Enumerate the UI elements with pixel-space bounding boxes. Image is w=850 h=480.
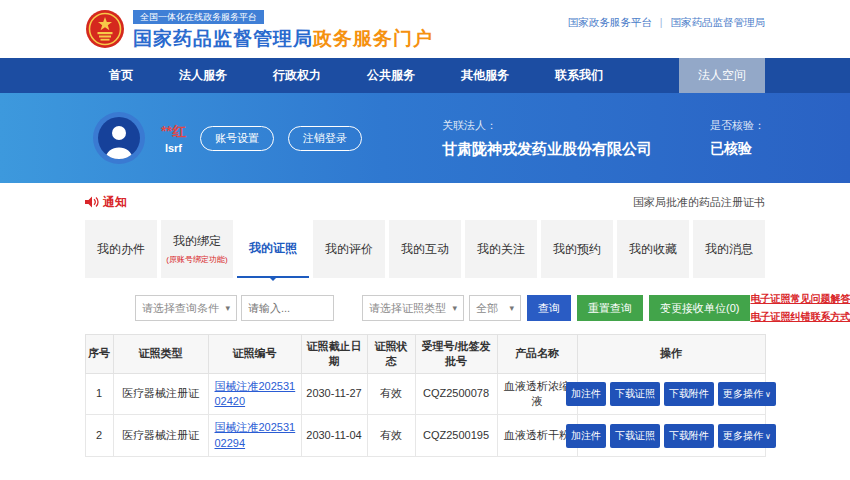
product-name: 血液透析干粉: [497, 415, 577, 457]
site-title-portal: 政务服务门户: [313, 28, 433, 49]
row-index: 1: [85, 373, 113, 415]
header-quick-links: 国家政务服务平台 | 国家药品监督管理局: [568, 16, 765, 30]
top-header: 全国一体化在线政务服务平台 国家药品监督管理局政务服务门户 国家政务服务平台 |…: [0, 0, 850, 58]
chevron-down-icon: ∨: [765, 390, 771, 399]
cert-type: 医疗器械注册证: [113, 373, 208, 415]
cert-number-link[interactable]: 国械注准20253102420: [212, 379, 298, 410]
tab-my-follows[interactable]: 我的关注: [465, 220, 537, 278]
row-operations: 加注件 下载证照 下载附件 更多操作∨: [581, 424, 762, 448]
site-title-agency: 国家药品监督管理局: [133, 28, 313, 49]
chevron-down-icon: ∨: [765, 432, 771, 441]
main-nav: 首页 法人服务 行政权力 公共服务 其他服务 联系我们 法人空间: [0, 58, 850, 93]
nav-item-public-services[interactable]: 公共服务: [367, 67, 415, 84]
add-annotation-button[interactable]: 加注件: [566, 382, 606, 406]
certificates-table: 序号 证照类型 证照编号 证照截止日期 证照状态 受理号/批签发批号 产品名称 …: [85, 334, 766, 457]
keyword-input[interactable]: [241, 295, 334, 321]
more-actions-button[interactable]: 更多操作∨: [718, 382, 776, 406]
link-nmpa[interactable]: 国家药品监督管理局: [671, 16, 766, 30]
notice-bar: 通知 国家局批准的药品注册证书: [85, 193, 765, 211]
chevron-down-icon: ▾: [452, 303, 457, 313]
related-legal-person-label: 关联法人：: [442, 118, 652, 133]
header-index: 序号: [85, 335, 113, 374]
cert-status: 有效: [367, 415, 415, 457]
site-title: 国家药品监督管理局政务服务门户: [133, 26, 433, 52]
user-avatar-icon[interactable]: [93, 112, 145, 164]
download-cert-button[interactable]: 下载证照: [610, 424, 660, 448]
query-condition-select[interactable]: 请选择查询条件 ▾: [135, 295, 237, 321]
change-receiver-button[interactable]: 变更接收单位(0): [649, 295, 750, 321]
download-cert-button[interactable]: 下载证照: [610, 382, 660, 406]
chevron-down-icon: ▾: [509, 303, 514, 313]
row-index: 2: [85, 415, 113, 457]
tab-my-certificates[interactable]: 我的证照: [237, 220, 309, 278]
header-cert-status: 证照状态: [367, 335, 415, 374]
nav-item-legal-services[interactable]: 法人服务: [179, 67, 227, 84]
verification-block: 是否核验： 已核验: [710, 118, 765, 158]
header-cert-number: 证照编号: [208, 335, 301, 374]
platform-badge: 全国一体化在线政务服务平台: [133, 10, 264, 25]
add-annotation-button[interactable]: 加注件: [566, 424, 606, 448]
certificate-filter-bar: 请选择查询条件 ▾ 请选择证照类型 ▾ 全部 ▾ 查询 重置查询 变更接收单位(…: [85, 292, 811, 324]
cert-type: 医疗器械注册证: [113, 415, 208, 457]
username-masked: **红: [161, 122, 186, 142]
related-legal-person: 关联法人： 甘肃陇神戎发药业股份有限公司: [442, 118, 652, 159]
nav-item-admin-power[interactable]: 行政权力: [273, 67, 321, 84]
cert-expiry: 2030-11-04: [301, 415, 367, 457]
acceptance-number: CQZ2500195: [415, 415, 497, 457]
account-settings-button[interactable]: 账号设置: [200, 126, 274, 151]
chevron-down-icon: ▾: [225, 303, 230, 313]
header-acceptance-number: 受理号/批签发批号: [415, 335, 497, 374]
header-cert-type: 证照类型: [113, 335, 208, 374]
cert-faq-link[interactable]: 电子证照常见问题解答: [750, 292, 850, 306]
notice-message[interactable]: 国家局批准的药品注册证书: [633, 195, 765, 210]
cert-number-link[interactable]: 国械注准20253102294: [212, 420, 298, 451]
notice-label: 通知: [103, 194, 127, 211]
more-actions-button[interactable]: 更多操作∨: [718, 424, 776, 448]
tab-my-appointments[interactable]: 我的预约: [541, 220, 613, 278]
table-row: 2 医疗器械注册证 国械注准20253102294 2030-11-04 有效 …: [85, 415, 765, 457]
nav-item-other-services[interactable]: 其他服务: [461, 67, 509, 84]
company-name: 甘肃陇神戎发药业股份有限公司: [442, 140, 652, 159]
table-row: 1 医疗器械注册证 国械注准20253102420 2030-11-27 有效 …: [85, 373, 765, 415]
scope-select[interactable]: 全部 ▾: [469, 295, 521, 321]
product-name: 血液透析浓缩液: [497, 373, 577, 415]
portal-page: 全国一体化在线政务服务平台 国家药品监督管理局政务服务门户 国家政务服务平台 |…: [0, 0, 850, 480]
tab-my-messages[interactable]: 我的消息: [693, 220, 765, 278]
acceptance-number: CQZ2500078: [415, 373, 497, 415]
header-expiry-date: 证照截止日期: [301, 335, 367, 374]
link-national-service-platform[interactable]: 国家政务服务平台: [568, 16, 652, 30]
certificate-type-select[interactable]: 请选择证照类型 ▾: [362, 295, 464, 321]
row-operations: 加注件 下载证照 下载附件 更多操作∨: [581, 382, 762, 406]
username-abbrev: lsrf: [161, 142, 186, 154]
national-emblem-icon: [85, 9, 125, 49]
tab-my-binding-note: (原账号绑定功能): [166, 254, 227, 265]
tab-my-favorites[interactable]: 我的收藏: [617, 220, 689, 278]
user-banner: **红 lsrf 账号设置 注销登录 关联法人： 甘肃陇神戎发药业股份有限公司 …: [0, 93, 850, 183]
speaker-icon: [85, 196, 99, 208]
verification-status: 已核验: [710, 140, 765, 158]
tab-my-evaluations[interactable]: 我的评价: [313, 220, 385, 278]
help-links: 电子证照常见问题解答 电子证照纠错联系方式: [750, 292, 850, 324]
cert-error-contact-link[interactable]: 电子证照纠错联系方式: [750, 310, 850, 324]
download-attachment-button[interactable]: 下载附件: [664, 424, 714, 448]
my-space-tabs: 我的办件 我的绑定 (原账号绑定功能) 我的证照 我的评价 我的互动 我的关注 …: [85, 220, 765, 278]
legal-person-space-button[interactable]: 法人空间: [679, 58, 765, 93]
header-operations: 操作: [577, 335, 765, 374]
user-identity: **红 lsrf: [161, 122, 186, 154]
nav-item-home[interactable]: 首页: [109, 67, 133, 84]
table-header-row: 序号 证照类型 证照编号 证照截止日期 证照状态 受理号/批签发批号 产品名称 …: [85, 335, 765, 374]
nav-item-contact-us[interactable]: 联系我们: [555, 67, 603, 84]
header-product-name: 产品名称: [497, 335, 577, 374]
query-button[interactable]: 查询: [527, 295, 571, 321]
links-divider: |: [660, 16, 663, 30]
cert-expiry: 2030-11-27: [301, 373, 367, 415]
reset-query-button[interactable]: 重置查询: [577, 295, 643, 321]
tab-my-binding[interactable]: 我的绑定 (原账号绑定功能): [161, 220, 233, 278]
logout-button[interactable]: 注销登录: [288, 126, 362, 151]
cert-status: 有效: [367, 373, 415, 415]
site-logo: 全国一体化在线政务服务平台 国家药品监督管理局政务服务门户: [85, 6, 433, 53]
tab-my-items[interactable]: 我的办件: [85, 220, 157, 278]
tab-my-interactions[interactable]: 我的互动: [389, 220, 461, 278]
download-attachment-button[interactable]: 下载附件: [664, 382, 714, 406]
verification-label: 是否核验：: [710, 118, 765, 133]
